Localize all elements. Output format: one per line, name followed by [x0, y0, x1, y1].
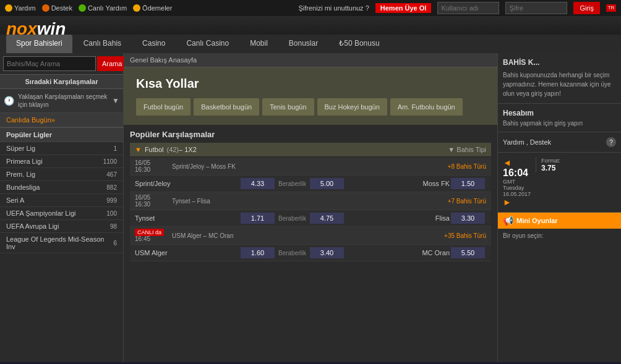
format-label: Format:: [541, 158, 560, 164]
sport-name: Futbol: [145, 146, 164, 153]
league-count: 98: [110, 223, 117, 230]
away-odd-3[interactable]: 5.50: [451, 247, 485, 258]
kisa-yollar-section: Kısa Yollar Futbol bugün Basketbol bugün…: [124, 67, 497, 125]
shortcut-basketbol[interactable]: Basketbol bugün: [194, 98, 259, 116]
top-bar-destek[interactable]: Destek: [42, 4, 72, 12]
register-button[interactable]: Hemen Üye Ol: [375, 3, 432, 13]
password-input[interactable]: [505, 2, 567, 14]
top-bar-canli-yardim[interactable]: Canlı Yardım: [79, 4, 127, 12]
upcoming-text: Yaklaşan Karşılaşmaları seçmek için tıkl…: [18, 93, 108, 109]
bet-type-selector[interactable]: ▼ Bahis Tipi: [448, 146, 486, 153]
next-arrow-icon[interactable]: ►: [503, 197, 512, 207]
hero-background: noxwin: [0, 16, 621, 35]
league-name: Seri A: [6, 197, 106, 204]
away-team-3: MC Oran: [345, 249, 450, 256]
match-date-2: 16/0516:30: [135, 194, 172, 208]
home-odd-3[interactable]: 1.60: [241, 247, 275, 258]
clock-icon: 🕐: [4, 96, 14, 106]
match-date-3: CANLI da 16:45: [135, 229, 172, 242]
shortcut-tenis[interactable]: Tenis bugün: [262, 98, 314, 116]
league-count: 999: [106, 197, 117, 204]
league-item-prem[interactable]: Prem. Lig 467: [0, 168, 123, 181]
odemeler-icon: [133, 4, 140, 12]
prev-arrow-icon[interactable]: ◄: [503, 158, 512, 167]
bahis-text: Bahis kuponunuzda herhangi bir seçim yap…: [503, 70, 616, 98]
league-name: Süper Lig: [6, 145, 113, 152]
live-today-button[interactable]: Canlıda Bugün»: [0, 113, 123, 127]
league-name: UEFA Avrupa Ligi: [6, 222, 110, 230]
shortcut-am-futbolu[interactable]: Am. Futbolu bugün: [390, 98, 463, 116]
match-header-2: 16/0516:30 Tynset – Flisa +7 Bahis Türü: [130, 192, 491, 210]
tab-50-bonusu[interactable]: ₺50 Bonusu: [329, 35, 389, 53]
more-bets-1[interactable]: +8 Bahis Türü: [448, 163, 486, 170]
league-item-uel[interactable]: UEFA Avrupa Ligi 98: [0, 220, 123, 233]
draw-odd-1[interactable]: 5.00: [310, 178, 344, 189]
live-today-label: Canlıda Bugün»: [6, 116, 55, 124]
match-teams-1: Sprint/Jeloy – Moss FK: [172, 163, 448, 170]
draw-label-1: Beraberlik: [278, 180, 306, 187]
league-name: Prem. Lig: [6, 171, 106, 178]
tab-canli-bahis[interactable]: Canlı Bahis: [74, 35, 131, 53]
shortcut-buz-hokeyi[interactable]: Buz Hokeyi bugün: [317, 98, 387, 116]
league-name: League Of Legends Mid-Season Inv: [6, 235, 113, 250]
draw-odd-3[interactable]: 3.40: [310, 247, 344, 258]
match-header-3: CANLI da 16:45 USM Alger – MC Oran +35 B…: [130, 227, 491, 245]
league-count: 882: [106, 184, 117, 191]
top-bar-odemeler[interactable]: Ödemeler: [133, 4, 172, 12]
tab-canli-casino[interactable]: Canlı Casino: [176, 35, 239, 53]
league-item-ucl[interactable]: UEFA Şampiyonlar Ligi 100: [0, 207, 123, 220]
home-odd-1[interactable]: 4.33: [241, 178, 275, 189]
search-button[interactable]: Arama: [97, 56, 127, 71]
more-bets-3[interactable]: +35 Bahis Türü: [444, 232, 486, 239]
format-value: 3.75: [541, 164, 560, 172]
clock-date: 16.05.2017: [503, 191, 531, 197]
tab-bonuslar[interactable]: Bonuslar: [279, 35, 328, 53]
tab-casino[interactable]: Casino: [132, 35, 175, 53]
league-item-super-lig[interactable]: Süper Lig 1: [0, 142, 123, 155]
search-input[interactable]: [3, 56, 96, 71]
away-odd-2[interactable]: 3.30: [451, 213, 485, 224]
league-item-seri-a[interactable]: Seri A 999: [0, 194, 123, 207]
bahis-kuponu-section: BAHİS K... Bahis kuponunuzda herhangi bi…: [498, 53, 621, 104]
right-panel: BAHİS K... Bahis kuponunuzda herhangi bi…: [497, 53, 621, 362]
shortcut-futbol[interactable]: Futbol bugün: [136, 98, 191, 116]
question-icon[interactable]: ?: [606, 137, 616, 147]
league-item-lol[interactable]: League Of Legends Mid-Season Inv 6: [0, 233, 123, 253]
yardim-label: Yardım , Destek: [503, 138, 551, 146]
top-bar: Yardım Destek Canlı Yardım Ödemeler Şifr…: [0, 0, 621, 16]
more-bets-2[interactable]: +7 Bahis Türü: [448, 198, 486, 205]
league-item-primera[interactable]: Primera Ligi 1100: [0, 155, 123, 168]
breadcrumb: Genel Bakış Anasayfa: [124, 53, 497, 67]
shortcut-buttons: Futbol bugün Basketbol bugün Tenis bugün…: [136, 98, 485, 116]
draw-label-2: Beraberlik: [278, 215, 306, 222]
league-count: 100: [106, 210, 117, 217]
username-input[interactable]: [437, 2, 499, 14]
top-bar-yardim[interactable]: Yardım: [5, 4, 36, 12]
sidebar: Arama Sıradaki Karşılaşmalar 🕐 Yaklaşan …: [0, 53, 124, 362]
time-section: ◄ 16:04 GMT Tuesday 16.05.2017 ► Format:…: [498, 153, 621, 213]
league-item-bundesliga[interactable]: Bundesliga 882: [0, 181, 123, 194]
tab-mobil[interactable]: Mobil: [240, 35, 278, 53]
tab-spor-bahisleri[interactable]: Spor Bahisleri: [6, 35, 72, 53]
match-odds-2: Tynset 1.71 Beraberlik 4.75 Flisa 3.30: [130, 210, 491, 227]
yardim-section: Yardım , Destek ?: [498, 132, 621, 153]
match-date-1: 16/0516:30: [135, 159, 172, 173]
away-odd-1[interactable]: 1.50: [451, 178, 485, 189]
mini-games-section: 📢 Mini Oyunlar: [498, 213, 621, 229]
account-section: Hesabım Bahis yapmak için giriş yapın: [498, 104, 621, 132]
away-team-1: Moss FK: [345, 180, 450, 187]
league-count: 1100: [103, 158, 117, 165]
arrow-icon: ▼: [135, 146, 142, 153]
main-nav: Spor Bahisleri Canlı Bahis Casino Canlı …: [0, 35, 621, 53]
match-odds-3: USM Alger 1.60 Beraberlik 3.40 MC Oran 5…: [130, 245, 491, 261]
format-section: Format: 3.75: [536, 158, 560, 172]
popular-section: Popüler Karşılaşmalar ▼ Futbol (42) – 1X…: [124, 125, 497, 266]
home-odd-2[interactable]: 1.71: [241, 213, 275, 224]
upcoming-box[interactable]: 🕐 Yaklaşan Karşılaşmaları seçmek için tı…: [0, 89, 123, 113]
draw-odd-2[interactable]: 4.75: [310, 213, 344, 224]
login-button[interactable]: Giriş: [573, 2, 600, 14]
clock-tz: GMT: [503, 179, 531, 185]
popular-title: Popüler Karşılaşmalar: [130, 130, 491, 139]
popular-leagues-title: Popüler Ligler: [0, 127, 123, 142]
main-layout: Arama Sıradaki Karşılaşmalar 🕐 Yaklaşan …: [0, 53, 621, 362]
